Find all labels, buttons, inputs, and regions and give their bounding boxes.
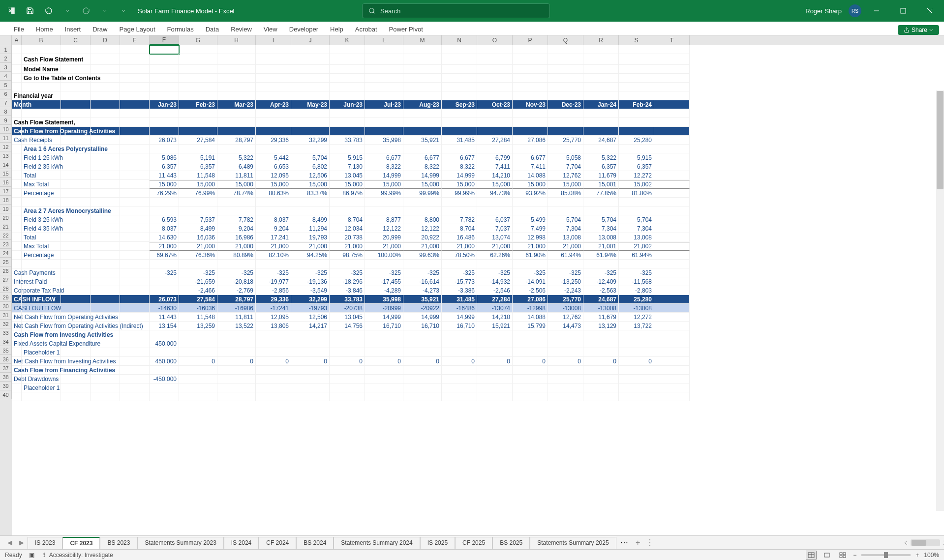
cell[interactable] [256,65,291,74]
cell[interactable] [654,145,690,153]
cell[interactable] [150,392,179,401]
ribbon-tab-formulas[interactable]: Formulas [161,24,200,35]
macro-recorder-icon[interactable]: ▣ [29,552,34,559]
cell[interactable] [120,251,150,260]
sheet-nav-prev[interactable]: ◄ [4,538,16,548]
cell[interactable] [403,206,442,215]
cell[interactable] [120,224,150,233]
cell[interactable]: -16,614 [403,277,442,286]
cell[interactable]: 13,074 [477,233,513,242]
cell[interactable] [330,348,365,357]
cell[interactable] [22,260,61,268]
cell[interactable]: 99.99% [403,189,442,198]
cell[interactable] [91,118,120,127]
cell[interactable] [120,215,150,224]
cell[interactable] [120,260,150,268]
cell[interactable]: -12998 [513,304,548,313]
cell[interactable] [150,74,179,83]
cell[interactable]: 0 [403,357,442,366]
cell[interactable] [61,83,91,91]
cell[interactable] [120,54,150,65]
cell[interactable] [365,260,403,268]
cell[interactable] [583,45,619,54]
cell[interactable]: 31,485 [442,136,477,145]
row-header-9[interactable]: 9 [0,116,12,125]
cell[interactable] [179,54,217,65]
cell[interactable]: 17,241 [256,233,291,242]
cell[interactable] [91,109,120,118]
cell[interactable] [654,45,690,54]
cell[interactable]: 61.94% [548,251,583,260]
cell[interactable] [91,91,120,100]
cell[interactable] [654,224,690,233]
cell[interactable]: 450,000 [150,339,179,348]
cell[interactable] [61,375,91,383]
cell[interactable]: 14,210 [477,171,513,180]
cell[interactable]: -2,466 [179,286,217,295]
cell[interactable] [179,45,217,54]
cell[interactable]: 21,000 [179,242,217,251]
cell[interactable]: 15,000 [365,180,403,189]
cell[interactable]: -2,803 [619,286,654,295]
sheet-tab-cf-2025[interactable]: CF 2025 [455,537,492,549]
cell[interactable] [150,65,179,74]
cell[interactable] [403,260,442,268]
cell[interactable] [217,339,256,348]
cell[interactable] [654,206,690,215]
cell[interactable] [12,162,22,171]
row-header-36[interactable]: 36 [0,355,12,364]
user-name[interactable]: Roger Sharp [805,7,842,15]
cell[interactable]: 78.50% [442,251,477,260]
cell[interactable]: 21,000 [291,242,330,251]
cell[interactable] [619,45,654,54]
cell[interactable] [654,392,690,401]
cell[interactable] [548,375,583,383]
cell[interactable]: 9,204 [256,224,291,233]
cell[interactable]: -325 [477,268,513,277]
cell[interactable]: 11,443 [150,171,179,180]
cell[interactable]: 0 [365,357,403,366]
cell[interactable] [217,375,256,383]
cell[interactable]: 15,000 [256,180,291,189]
cell[interactable] [12,198,22,206]
cell[interactable] [120,348,150,357]
cell[interactable] [120,206,150,215]
cell[interactable] [291,339,330,348]
cell[interactable]: -16986 [217,304,256,313]
cell[interactable] [513,348,548,357]
cell[interactable]: 29,336 [256,295,291,304]
cell[interactable] [513,65,548,74]
cell[interactable]: 6,593 [150,215,179,224]
cell[interactable] [291,348,330,357]
cell[interactable]: 19,793 [291,233,330,242]
cell[interactable]: -2,563 [583,286,619,295]
cell[interactable] [291,383,330,392]
cell[interactable] [513,330,548,339]
cell[interactable] [513,74,548,83]
cell[interactable]: 21,000 [150,242,179,251]
cell[interactable] [120,180,150,189]
cell[interactable] [61,224,91,233]
cell[interactable]: -325 [442,268,477,277]
cell[interactable] [61,233,91,242]
cell[interactable] [291,109,330,118]
cell[interactable] [12,392,22,401]
cell[interactable] [179,145,217,153]
cell[interactable] [477,392,513,401]
maximize-button[interactable] [892,3,914,18]
cell[interactable]: Cash Flow from Financing Activities [12,366,22,375]
cell[interactable]: 15,000 [513,180,548,189]
cell[interactable] [365,366,403,375]
cell[interactable] [654,313,690,322]
cell[interactable] [91,295,120,304]
cell[interactable] [330,260,365,268]
cell[interactable]: Total [22,171,61,180]
cell[interactable]: 16,986 [217,233,256,242]
cell[interactable] [583,260,619,268]
cell[interactable] [91,83,120,91]
cell[interactable]: 7,537 [179,215,217,224]
cell[interactable] [61,304,91,313]
cell[interactable]: 16,486 [442,233,477,242]
cell[interactable]: 12,122 [365,224,403,233]
cell[interactable]: 8,322 [365,162,403,171]
